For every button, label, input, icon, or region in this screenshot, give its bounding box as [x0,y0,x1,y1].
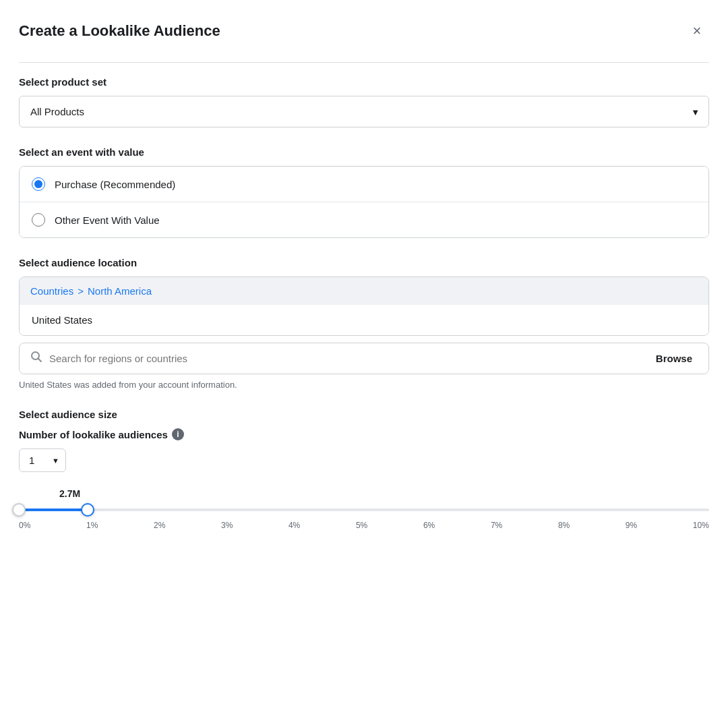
slider-track [19,508,709,511]
search-row: Browse [19,343,709,374]
slider-section: 2.7M 0% 1% 2% 3% 4% 5% 6% 7% 8% 9% 10% [19,488,709,530]
event-radio-group: Purchase (Recommended) Other Event With … [19,166,709,238]
location-box: Countries > North America United States [19,277,709,336]
search-icon [30,351,42,366]
slider-label-7: 7% [491,521,502,530]
event-radio-other[interactable] [32,213,45,227]
browse-button[interactable]: Browse [650,350,698,367]
slider-label-8: 8% [558,521,570,530]
event-radio-purchase[interactable] [32,177,45,191]
slider-label-9: 9% [626,521,637,530]
slider-labels: 0% 1% 2% 3% 4% 5% 6% 7% 8% 9% 10% [19,521,709,530]
close-button[interactable]: × [685,19,709,43]
location-section-label: Select audience location [19,257,709,268]
number-select[interactable]: 1 2 3 4 5 6 [19,448,66,472]
slider-fill [19,508,88,511]
breadcrumb-separator: > [78,285,84,297]
event-option-purchase[interactable]: Purchase (Recommended) [20,167,708,202]
modal-header: Create a Lookalike Audience × [19,19,709,43]
product-set-select[interactable]: All Products [19,96,709,127]
number-dropdown-wrapper: 1 2 3 4 5 6 ▼ [19,448,66,472]
breadcrumb-bar: Countries > North America [20,277,708,305]
product-set-wrapper: All Products ▼ [19,96,709,127]
breadcrumb-region[interactable]: North America [88,285,152,297]
account-info-text: United States was added from your accoun… [19,380,709,390]
slider-label-2: 2% [154,521,165,530]
slider-label-10: 10% [693,521,709,530]
location-section: Select audience location Countries > Nor… [19,257,709,390]
breadcrumb-countries[interactable]: Countries [30,285,73,297]
slider-thumb-right[interactable] [81,503,94,517]
search-input[interactable] [49,353,650,364]
slider-label-0: 0% [19,521,30,530]
header-divider [19,62,709,63]
svg-line-1 [38,359,42,362]
number-of-audiences-label: Number of lookalike audiences i [19,428,709,440]
audience-size-label: Select audience size [19,409,709,420]
audience-size-section: Select audience size Number of lookalike… [19,409,709,530]
selected-country: United States [20,305,708,335]
slider-thumb-left[interactable] [12,503,26,517]
slider-label-1: 1% [86,521,98,530]
modal-container: Create a Lookalike Audience × Select pro… [0,0,728,571]
slider-label-5: 5% [356,521,367,530]
slider-value-label: 2.7M [59,488,709,499]
slider-label-6: 6% [423,521,435,530]
slider-label-4: 4% [289,521,300,530]
event-purchase-label: Purchase (Recommended) [55,179,175,190]
modal-title: Create a Lookalike Audience [19,22,220,40]
event-other-label: Other Event With Value [55,214,160,226]
slider-label-3: 3% [221,521,233,530]
event-label: Select an event with value [19,146,709,158]
product-set-label: Select product set [19,76,709,88]
slider-container [19,508,709,511]
info-icon[interactable]: i [172,428,184,440]
event-option-other[interactable]: Other Event With Value [20,202,708,237]
